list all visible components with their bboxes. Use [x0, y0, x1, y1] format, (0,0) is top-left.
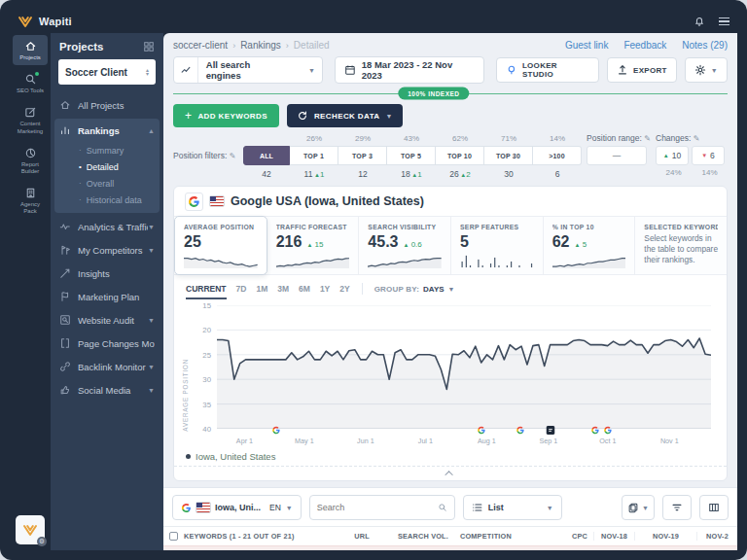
copy-button[interactable]: ▼ [622, 495, 655, 520]
group-by-select[interactable]: GROUP BY: DAYS▼ [374, 285, 455, 298]
changes-up-filter[interactable]: ▲10 [656, 146, 689, 165]
edit-pencil-icon[interactable]: ✎ [694, 134, 700, 143]
legend-label: Iowa, United States [196, 451, 275, 462]
tab-1y[interactable]: 1Y [320, 284, 330, 299]
segment-100: 14%>1006 [533, 133, 582, 180]
metric-card-selected-keywords[interactable]: SELECTED KEYWORDSSelect keywords in the … [635, 217, 727, 274]
column-header-nov-19[interactable]: NOV-19 [634, 532, 696, 541]
segment-button-100[interactable]: >100 [533, 146, 582, 165]
columns-button[interactable] [699, 495, 729, 520]
location-select[interactable]: Iowa, Uni... EN ▼ [172, 495, 302, 520]
sidebar-item-rankings[interactable]: Rankings▲ [54, 119, 160, 142]
sidebar-item-page-changes-monitor[interactable]: Page Changes Monitor [51, 332, 163, 355]
metric-card-serp-features[interactable]: SERP FEATURES5 [451, 217, 544, 274]
rail-item-content-marketing[interactable]: Content Marketing [13, 101, 48, 138]
rail-item-agency-pack[interactable]: Agency Pack [13, 182, 48, 219]
header-link-guest-link[interactable]: Guest link [565, 40, 608, 51]
rail-item-projects[interactable]: Projects [13, 35, 48, 65]
breadcrumb-item[interactable]: Detailed [294, 40, 330, 51]
edit-pencil-icon[interactable]: ✎ [230, 152, 236, 160]
add-keywords-button[interactable]: + ADD KEYWORDS [173, 104, 279, 127]
metric-card-search-visibility[interactable]: SEARCH VISIBILITY45.3▲ 0.6 [359, 217, 451, 274]
bullet-icon: · [79, 146, 82, 155]
arrow-up-icon: ▲ [403, 242, 409, 248]
chart-plot-area[interactable] [217, 305, 711, 429]
header-link-feedback[interactable]: Feedback [623, 40, 666, 51]
brand[interactable]: Wapiti [18, 16, 72, 28]
column-header-search-vol[interactable]: SEARCH VOL. [386, 532, 454, 541]
menu-hamburger-icon[interactable] [719, 16, 729, 28]
sidebar-item-label: Marketing Plan [78, 292, 155, 302]
search-engine-icon [174, 57, 198, 83]
sidebar-item-analytics-traffic[interactable]: Analytics & Traffic▼ [51, 215, 163, 238]
position-range-input[interactable]: — [587, 146, 647, 165]
x-axis-tick: Aug 1 [478, 437, 496, 445]
column-header-label: URL [354, 532, 370, 541]
breadcrumb-item[interactable]: soccer-client [173, 40, 228, 51]
column-header-competition[interactable]: COMPETITION [454, 532, 547, 541]
edit-pencil-icon[interactable]: ✎ [644, 134, 651, 143]
search-engine-select[interactable]: All search engines ▼ [173, 56, 323, 84]
tab-2y[interactable]: 2Y [339, 284, 349, 299]
header-link-notes-29[interactable]: Notes (29) [682, 40, 728, 51]
changes-down-filter[interactable]: ▼6 [692, 146, 725, 165]
column-header-nov-2[interactable]: NOV-2 [696, 532, 737, 541]
rail-item-report-builder[interactable]: Report Builder [13, 142, 48, 179]
sidebar-item-marketing-plan[interactable]: Marketing Plan [51, 285, 163, 308]
tab-6m[interactable]: 6M [299, 284, 310, 299]
breadcrumb-separator: › [286, 41, 289, 51]
export-button[interactable]: EXPORT [607, 57, 677, 83]
rail-item-seo-tools[interactable]: SEO Tools [13, 68, 48, 98]
collapse-chart-button[interactable] [174, 466, 727, 480]
sidebar-item-all-projects[interactable]: All Projects [51, 93, 163, 117]
sidebar-subitem-detailed[interactable]: •Detailed [54, 158, 160, 175]
changes-label: Changes: ✎ [656, 133, 728, 143]
keyword-search-input[interactable] [317, 503, 438, 512]
column-header-url[interactable]: URL [338, 532, 386, 541]
looker-studio-button[interactable]: LOOKER STUDIO [496, 57, 599, 83]
tab-1m[interactable]: 1M [256, 284, 267, 299]
column-header-nov-18[interactable]: NOV-18 [593, 532, 634, 541]
sidebar-subitem-historical-data[interactable]: ·Historical data [54, 192, 160, 208]
project-selector[interactable]: Soccer Client ▴▾ [58, 59, 156, 85]
projects-grid-icon[interactable] [143, 41, 155, 52]
metric-help-text: Select keywords in the table to compare … [644, 233, 718, 265]
column-header-cpc[interactable]: CPC [547, 532, 593, 541]
segment-button-top-3[interactable]: TOP 3 [338, 146, 387, 165]
sidebar-item-social-media[interactable]: Social Media▼ [51, 378, 163, 402]
breadcrumb-item[interactable]: Rankings [240, 40, 281, 51]
tabs-divider [362, 283, 363, 295]
sidebar-subitem-overall[interactable]: ·Overall [54, 175, 160, 192]
notifications-bell-icon[interactable] [694, 16, 705, 27]
sidebar-item-insights[interactable]: Insights [51, 262, 163, 285]
metric-card-traffic-forecast[interactable]: TRAFFIC FORECAST216▲ 15 [267, 217, 360, 274]
segment-button-top-5[interactable]: TOP 5 [387, 146, 436, 165]
tab-3m[interactable]: 3M [277, 284, 289, 299]
tab-current[interactable]: CURRENT [186, 284, 227, 299]
looker-studio-icon [506, 64, 517, 76]
metric-card-average-position[interactable]: AVERAGE POSITION25 [174, 216, 267, 275]
tab-7d[interactable]: 7D [236, 284, 247, 299]
column-header-keywords-1-21-out-of-21[interactable]: KEYWORDS (1 - 21 OUT OF 21) [163, 532, 338, 541]
view-mode-select[interactable]: List ▼ [463, 495, 562, 520]
recheck-data-button[interactable]: RECHECK DATA ▼ [287, 104, 403, 127]
date-range-picker[interactable]: 18 Mar 2023 - 22 Nov 2023 [335, 56, 484, 84]
average-position-chart: AVERAGE POSITION 152025303540 Apr 1May 1… [182, 303, 713, 448]
metric-card-in-top-10[interactable]: % IN TOP 1062▲ 5 [544, 217, 636, 274]
segment-button-top-10[interactable]: TOP 10 [436, 146, 484, 165]
filter-button[interactable] [662, 495, 692, 520]
chevron-down-icon: ▼ [547, 505, 553, 511]
settings-button[interactable]: ▼ [685, 57, 728, 83]
segment-button-top-30[interactable]: TOP 30 [484, 146, 533, 165]
select-all-checkbox[interactable] [169, 532, 178, 541]
segment-top-3: 29%TOP 312 [338, 133, 387, 180]
sidebar-item-my-competitors[interactable]: My Competitors▼ [51, 238, 163, 262]
sidebar-item-backlink-monitor[interactable]: Backlink Monitor▼ [51, 355, 163, 378]
sidebar-subitem-summary[interactable]: ·Summary [54, 142, 160, 158]
sidebar-item-website-audit[interactable]: Website Audit▼ [51, 308, 163, 332]
breadcrumb: soccer-client›Rankings›Detailed [173, 40, 330, 51]
segment-button-all[interactable]: ALL [243, 146, 290, 165]
segment-button-top-1[interactable]: TOP 1 [290, 146, 338, 165]
wapiti-app-logo[interactable]: ⚙ [16, 515, 45, 544]
home-icon [24, 40, 37, 52]
